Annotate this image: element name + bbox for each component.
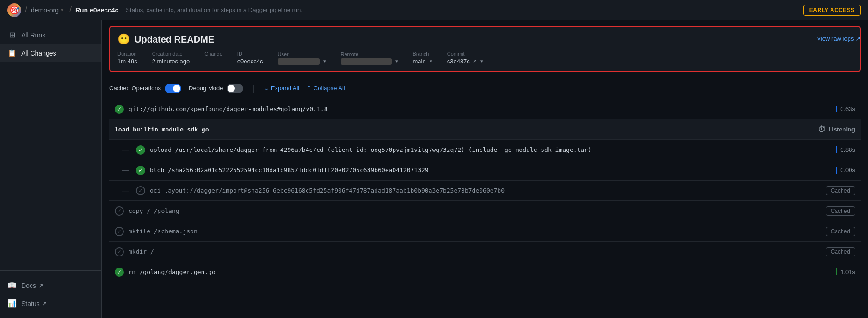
branch-value: main ▾ (413, 58, 432, 65)
meta-change: Change - (204, 51, 222, 65)
change-value: - (204, 58, 222, 65)
expand-all-label: ⌄ Expand All (264, 85, 299, 92)
cached-badge: Cached (826, 186, 855, 195)
row-label: load builtin module sdk go (115, 126, 813, 133)
table-row[interactable]: load builtin module sdk go ⏱ Listening (109, 119, 861, 140)
row-label: mkfile /schema.json (129, 228, 821, 235)
duration-label: Duration (117, 51, 137, 56)
cached-ops-toggle[interactable] (165, 84, 181, 93)
branch-filter-icon[interactable]: ▾ (430, 58, 432, 64)
run-emoji: 😶 (117, 33, 130, 45)
row-label: blob:/sha256:02a01c5222552594cc10da1b985… (150, 167, 827, 174)
sidebar-item-all-changes[interactable]: 📋 All Changes (0, 44, 101, 62)
sidebar-item-label-all-changes: All Changes (21, 50, 56, 57)
table-row[interactable]: ✓ mkdir / Cached (109, 242, 861, 262)
table-row[interactable]: ✓ rm /golang/dagger.gen.go 1.01s (109, 262, 861, 282)
listening-label: Listening (828, 126, 855, 133)
view-raw-logs-link[interactable]: View raw logs ↗ (817, 35, 861, 42)
sidebar-item-docs[interactable]: 📖 Docs ↗ (0, 276, 101, 294)
row-label: git://github.com/kpenfound/dagger-module… (129, 106, 827, 112)
row-duration: 0.63s (836, 106, 855, 112)
meta-duration: Duration 1m 49s (117, 51, 137, 65)
creation-label: Creation date (152, 51, 190, 56)
sidebar-item-label-all-runs: All Runs (21, 31, 45, 39)
all-changes-icon: 📋 (7, 49, 17, 57)
all-runs-icon: ⊞ (7, 31, 17, 39)
cached-badge: Cached (826, 247, 855, 256)
app-logo[interactable]: 🎯 (7, 3, 21, 17)
org-link[interactable]: demo-org (31, 6, 59, 14)
cached-ops-label: Cached Operations (109, 85, 161, 92)
run-title: 😶 Updated README (117, 33, 852, 45)
table-row[interactable]: — ✓ oci-layout://dagger/import@sha256:6e… (109, 181, 861, 201)
indent-dash: — (122, 166, 129, 175)
remote-value: ▾ (341, 58, 398, 65)
table-row[interactable]: ✓ git://github.com/kpenfound/dagger-modu… (109, 99, 861, 119)
row-label: mkdir / (129, 248, 821, 255)
collapse-all-button[interactable]: ⌃ Collapse All (307, 85, 345, 92)
debug-mode-toggle[interactable] (227, 84, 243, 93)
run-meta: Duration 1m 49s Creation date 2 minutes … (117, 51, 852, 65)
sidebar-bottom: 📖 Docs ↗ 📊 Status ↗ (0, 270, 101, 318)
toolbar-separator: | (252, 83, 255, 93)
commit-link-icon[interactable]: ↗ (473, 58, 477, 64)
sidebar-item-status[interactable]: 📊 Status ↗ (0, 294, 101, 312)
commit-label: Commit (447, 51, 483, 56)
row-duration: 0.88s (836, 146, 855, 153)
cached-ops-group: Cached Operations (109, 84, 181, 93)
branch-label: Branch (413, 51, 432, 56)
main-content: 😶 Updated README Duration 1m 49s Creatio… (102, 20, 868, 318)
status-cached-icon: ✓ (115, 206, 124, 216)
row-label: copy / /golang (129, 207, 821, 214)
status-success-icon: ✓ (136, 145, 145, 155)
change-label: Change (204, 51, 222, 56)
remote-filter-icon[interactable]: ▾ (395, 58, 398, 64)
commit-filter-icon[interactable]: ▾ (480, 58, 483, 64)
table-row[interactable]: — ✓ upload /usr/local/share/dagger from … (109, 140, 861, 160)
run-header: 😶 Updated README Duration 1m 49s Creatio… (109, 26, 861, 72)
nav-chevron: ▾ (61, 6, 64, 13)
indent-dash: — (122, 187, 129, 195)
creation-value: 2 minutes ago (152, 58, 190, 65)
user-filter-icon[interactable]: ▾ (323, 58, 326, 64)
table-row[interactable]: — ✓ blob:/sha256:02a01c5222552594cc10da1… (109, 160, 861, 181)
sidebar-nav: ⊞ All Runs 📋 All Changes (0, 20, 101, 270)
run-id: Run e0eecc4c (75, 6, 118, 14)
sidebar: ⊞ All Runs 📋 All Changes 📖 Docs ↗ 📊 Stat… (0, 20, 102, 318)
meta-branch: Branch main ▾ (413, 51, 432, 65)
user-label: User (278, 51, 326, 57)
status-success-icon: ✓ (115, 268, 124, 277)
remote-blurred (341, 58, 392, 65)
duration-value: 1m 49s (117, 58, 137, 65)
docs-icon: 📖 (7, 281, 17, 290)
view-raw-logs-area: View raw logs ↗ (817, 35, 861, 42)
meta-id: ID e0eecc4c (237, 51, 263, 65)
user-value: ▾ (278, 58, 326, 65)
row-label: rm /golang/dagger.gen.go (129, 268, 827, 275)
status-cached-icon: ✓ (115, 227, 124, 236)
id-label: ID (237, 51, 263, 56)
table-row[interactable]: ✓ mkfile /schema.json Cached (109, 221, 861, 242)
early-access-button[interactable]: EARLY ACCESS (803, 5, 861, 16)
sidebar-docs-label: Docs ↗ (21, 282, 43, 289)
user-blurred (278, 58, 320, 65)
status-cached-icon: ✓ (136, 186, 145, 195)
cached-badge: Cached (826, 227, 855, 236)
row-label: oci-layout://dagger/import@sha256:6ebc96… (150, 187, 821, 194)
status-success-icon: ✓ (115, 105, 124, 114)
run-description: Status, cache info, and duration for ste… (126, 6, 302, 13)
cached-badge: Cached (826, 206, 855, 216)
table-row[interactable]: ✓ copy / /golang Cached (109, 201, 861, 221)
debug-mode-group: Debug Mode (189, 84, 243, 93)
expand-all-button[interactable]: ⌄ Expand All (264, 85, 299, 92)
pipeline-section: ✓ git://github.com/kpenfound/dagger-modu… (102, 99, 868, 282)
nav-sep-2: / (69, 5, 72, 15)
meta-user: User ▾ (278, 51, 326, 65)
sidebar-status-label: Status ↗ (21, 300, 47, 307)
toolbar: Cached Operations Debug Mode | ⌄ Expand … (102, 78, 868, 99)
status-success-icon: ✓ (136, 166, 145, 175)
nav-sep-1: / (25, 5, 27, 15)
sidebar-item-all-runs[interactable]: ⊞ All Runs (0, 26, 101, 44)
remote-label: Remote (341, 51, 398, 57)
meta-creation: Creation date 2 minutes ago (152, 51, 190, 65)
